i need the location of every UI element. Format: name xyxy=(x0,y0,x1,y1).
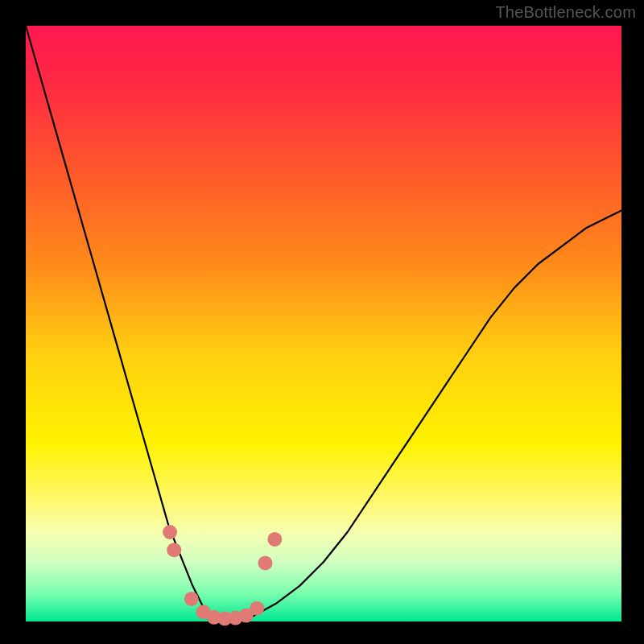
chart-svg xyxy=(0,0,644,644)
watermark-text: TheBottleneck.com xyxy=(495,3,636,22)
fit-marker xyxy=(258,555,272,570)
fit-marker xyxy=(267,532,282,547)
fit-marker xyxy=(184,592,199,606)
fit-marker xyxy=(167,543,181,557)
fit-marker xyxy=(250,601,264,616)
fit-marker xyxy=(163,525,177,539)
plot-background xyxy=(26,26,621,621)
chart-canvas xyxy=(0,0,644,644)
